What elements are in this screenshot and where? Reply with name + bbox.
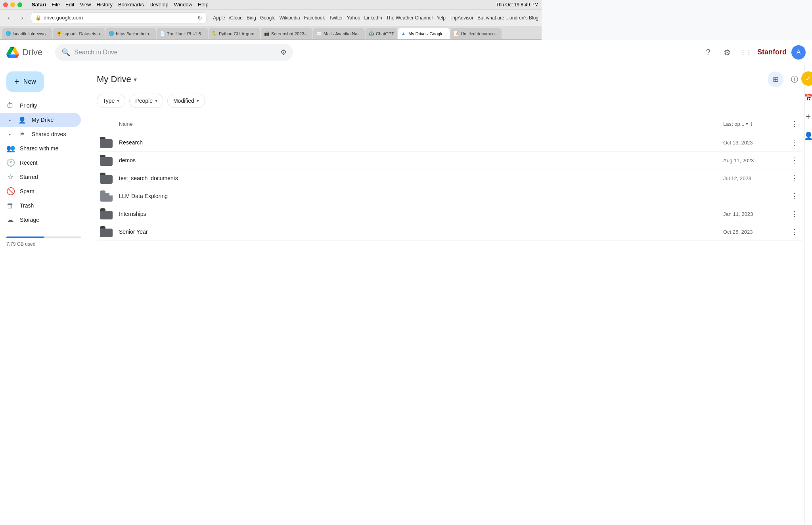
shared-with-me-icon: 👥 (6, 144, 14, 153)
drive-logo-text: Drive (22, 47, 42, 58)
tab-lucadilello[interactable]: 🌐 lucadilello/newsq... (2, 28, 52, 39)
bookmark-weather[interactable]: The Weather Channel (386, 15, 433, 21)
bookmark-twitter[interactable]: Twitter (329, 15, 343, 21)
bookmark-tripadvisor[interactable]: TripAdvisor (450, 15, 473, 21)
file-row-research[interactable]: ResearchOct 13, 2023⋮ (97, 134, 542, 152)
tab-label-untitled: Untitled documen... (461, 31, 498, 36)
storage-used-label: 7.79 GB used (6, 241, 81, 247)
file-name-research: Research (116, 139, 542, 146)
fullscreen-button[interactable] (17, 2, 22, 7)
mac-menu-window[interactable]: Window (174, 2, 192, 8)
bookmark-google[interactable]: Google (260, 15, 276, 21)
tab-icon-python: 🐍 (212, 31, 217, 37)
forward-button[interactable]: › (17, 12, 28, 23)
file-name-senior-year: Senior Year (116, 229, 542, 235)
new-plus-icon: + (14, 77, 19, 87)
mac-menu-history[interactable]: History (96, 2, 112, 8)
title-chevron-icon[interactable]: ▾ (134, 76, 137, 83)
file-icon-research (97, 137, 116, 148)
drive-logo[interactable]: Drive (6, 46, 42, 59)
sidebar-item-my-drive[interactable]: ▸ 👤 My Drive (0, 113, 81, 127)
tab-screenshot[interactable]: 📸 Screenshot 2023-... (261, 28, 312, 39)
filter-type-button[interactable]: Type ▾ (97, 94, 125, 108)
file-row-llm-data[interactable]: LLM Data Exploring⋮ (97, 187, 542, 205)
reload-icon[interactable]: ↻ (197, 15, 202, 21)
mac-menu-view[interactable]: View (80, 2, 91, 8)
bookmark-blog[interactable]: But what are ...ondron's Blog (477, 15, 538, 21)
drive-logo-icon (6, 46, 19, 59)
file-row-internships[interactable]: InternshipsJan 11, 2023⋮ (97, 205, 542, 223)
filter-modified-button[interactable]: Modified ▾ (167, 94, 205, 108)
tab-acl[interactable]: 🌐 https://aclantholo... (105, 28, 155, 39)
sidebar-item-priority[interactable]: ⏱ Priority (0, 98, 81, 113)
safari-address-bar[interactable]: 🔒 drive.google.com ↻ (31, 12, 207, 23)
search-placeholder: Search in Drive (74, 49, 276, 56)
sidebar-label-trash: Trash (20, 202, 34, 209)
sidebar-item-shared-drives[interactable]: ▸ 🖥 Shared drives (0, 127, 81, 141)
bookmark-facebook[interactable]: Facebook (304, 15, 325, 21)
mac-menu-edit[interactable]: Edit (65, 2, 74, 8)
tab-my-drive[interactable]: ▲ My Drive - Google ... (398, 28, 450, 39)
tab-icon-hunt: 📄 (160, 31, 165, 37)
new-button-label: New (23, 78, 36, 85)
tab-hunt[interactable]: 📄 The Hunt: Phi-1.5... (157, 28, 208, 39)
bookmark-yahoo[interactable]: Yahoo (347, 15, 360, 21)
drive-title[interactable]: My Drive ▾ (97, 74, 137, 85)
tab-chatgpt[interactable]: 🤖 ChatGPT (366, 28, 397, 39)
safari-toolbar: ‹ › 🔒 drive.google.com ↻ Apple iCloud Bi… (0, 10, 542, 26)
sidebar-item-trash[interactable]: 🗑 Trash (0, 198, 81, 213)
close-button[interactable] (3, 2, 8, 7)
mac-menu-file[interactable]: File (52, 2, 60, 8)
bookmark-wikipedia[interactable]: Wikipedia (280, 15, 300, 21)
file-row-demos[interactable]: demosAug 11, 2023⋮ (97, 152, 542, 169)
file-name-demos: demos (116, 157, 542, 163)
tab-python[interactable]: 🐍 Python CLI Argum... (209, 28, 260, 39)
tab-squad[interactable]: 🤗 squad · Datasets a... (53, 28, 105, 39)
search-bar[interactable]: 🔍 Search in Drive ⚙ (55, 44, 293, 61)
bookmark-linkedin[interactable]: LinkedIn (364, 15, 382, 21)
file-icon-demos (97, 155, 116, 166)
storage-bar-fill (6, 237, 44, 238)
tab-untitled[interactable]: 📝 Untitled documen... (450, 28, 502, 39)
bookmark-yelp[interactable]: Yelp (437, 15, 446, 21)
column-name[interactable]: Name (116, 119, 542, 129)
new-button[interactable]: + New (6, 71, 44, 92)
bookmark-bing[interactable]: Bing (247, 15, 256, 21)
filter-people-button[interactable]: People ▾ (129, 94, 163, 108)
main-content: My Drive ▾ ⊞ ⓘ Type ▾ People ▾ Modified … (87, 65, 542, 344)
safari-bookmarks-bar: Apple iCloud Bing Google Wikipedia Faceb… (213, 15, 538, 21)
tab-icon-lucadilello: 🌐 (6, 31, 11, 37)
sidebar-item-storage[interactable]: ☁ Storage (0, 213, 81, 227)
tab-label-screenshot: Screenshot 2023-... (271, 31, 309, 36)
file-row-senior-year[interactable]: Senior YearOct 25, 2023⋮ (97, 223, 542, 241)
bookmark-apple[interactable]: Apple (213, 15, 225, 21)
minimize-button[interactable] (10, 2, 15, 7)
main-header: My Drive ▾ ⊞ ⓘ (97, 71, 542, 87)
file-icon-senior-year (97, 226, 116, 237)
recent-icon: 🕐 (6, 158, 14, 167)
file-row-test-search[interactable]: test_search_documentsJul 12, 2023⋮ (97, 169, 542, 187)
tab-icon-mail: ✉️ (316, 31, 322, 37)
tab-label-mail: Mail - Avanika Nar... (324, 31, 362, 36)
mac-menu-safari[interactable]: Safari (32, 2, 46, 8)
search-filter-icon[interactable]: ⚙ (280, 48, 287, 57)
tab-mail[interactable]: ✉️ Mail - Avanika Nar... (313, 28, 365, 39)
mac-menu-help[interactable]: Help (198, 2, 209, 8)
file-name-test-search: test_search_documents (116, 175, 542, 181)
mac-menu-develop[interactable]: Develop (149, 2, 169, 8)
sidebar-item-spam[interactable]: 🚫 Spam (0, 184, 81, 198)
sidebar-item-shared-with-me[interactable]: 👥 Shared with me (0, 141, 81, 156)
tab-icon-screenshot: 📸 (264, 31, 270, 37)
trash-icon: 🗑 (6, 202, 14, 210)
mac-menubar: Safari File Edit View History Bookmarks … (0, 0, 542, 10)
filter-modified-label: Modified (173, 98, 194, 104)
bookmark-icloud[interactable]: iCloud (229, 15, 243, 21)
mac-menu-bookmarks[interactable]: Bookmarks (118, 2, 144, 8)
back-button[interactable]: ‹ (3, 12, 14, 23)
sidebar-label-shared-with-me: Shared with me (20, 145, 58, 152)
sidebar-item-starred[interactable]: ☆ Starred (0, 170, 81, 184)
shared-drives-expand-icon[interactable]: ▸ (6, 131, 13, 137)
sidebar-item-recent[interactable]: 🕐 Recent (0, 156, 81, 170)
my-drive-expand-icon[interactable]: ▸ (6, 117, 13, 123)
sidebar-label-shared-drives: Shared drives (32, 131, 66, 137)
